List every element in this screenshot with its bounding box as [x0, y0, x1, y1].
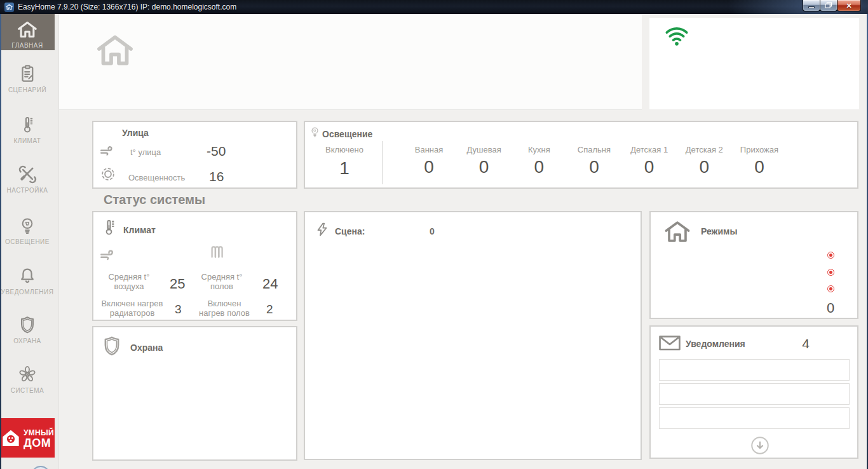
- climate-card[interactable]: Климат Средняя t° воздуха 25 Средняя t° …: [92, 211, 297, 321]
- sidebar-item-settings[interactable]: НАСТРОЙКА: [0, 164, 55, 194]
- close-button[interactable]: ✕: [837, 0, 861, 11]
- bulb-icon: [309, 126, 320, 137]
- lighting-card[interactable]: Освещение Включено 1 Ванная 0 Душевая 0 …: [304, 121, 858, 189]
- bell-icon: [0, 266, 55, 286]
- lighting-enabled-value: 1: [314, 158, 375, 179]
- sidebar-item-system[interactable]: СИСТЕМА: [0, 364, 55, 394]
- modes-card-title: Режимы: [701, 226, 737, 236]
- security-card-title: Охрана: [130, 343, 163, 353]
- mode-radio-2[interactable]: [827, 269, 834, 276]
- avg-air-value: 25: [170, 276, 185, 292]
- room-name: Спальня: [569, 145, 620, 154]
- sidebar-item-lighting[interactable]: ОСВЕЩЕНИЕ: [0, 215, 55, 245]
- lighting-enabled: Включено 1: [314, 145, 375, 179]
- notification-row[interactable]: [659, 383, 850, 405]
- sidebar-item-label: ОСВЕЩЕНИЕ: [0, 238, 55, 245]
- notifications-card[interactable]: Уведомления 4: [649, 325, 858, 459]
- smart-home-logo: УМНЫЙ ДОМ: [0, 418, 55, 458]
- street-lux-label: Освещенность: [128, 173, 185, 182]
- room-value: 0: [624, 157, 675, 177]
- notification-row[interactable]: [659, 359, 850, 381]
- home-icon: [0, 19, 55, 39]
- modes-card[interactable]: Режимы 0: [649, 211, 858, 319]
- room-name: Душевая: [459, 145, 510, 154]
- room-value: 0: [513, 157, 564, 177]
- floor-heating-coil-icon: [208, 243, 226, 264]
- room-value: 0: [459, 157, 510, 177]
- arrow-down-circle-icon[interactable]: [750, 436, 770, 455]
- street-lux-value: 16: [209, 169, 224, 184]
- shield-icon: [101, 335, 123, 359]
- room-column: Душевая 0: [459, 145, 510, 177]
- thermometer-icon: [0, 114, 55, 135]
- room-value: 0: [403, 157, 454, 177]
- tools-icon: [0, 164, 55, 184]
- lighting-card-title: Освещение: [322, 129, 372, 139]
- radiators-on-label: Включен нагрев радиаторов: [93, 299, 171, 318]
- mode-radio-1[interactable]: [827, 252, 834, 259]
- sidebar: ГЛАВНАЯ СЦЕНАРИЙ: [0, 14, 59, 469]
- lighting-enabled-label: Включено: [314, 145, 375, 154]
- shield-icon: [0, 315, 55, 335]
- section-heading: Статус системы: [104, 193, 205, 207]
- room-name: Кухня: [513, 145, 564, 154]
- scene-card[interactable]: Сцена: 0: [304, 211, 642, 460]
- sidebar-item-label: УВЕДОМЛЕНИЯ: [0, 289, 55, 296]
- radiators-on-value: 3: [175, 302, 182, 316]
- minimize-icon: [808, 6, 815, 8]
- sidebar-item-climate[interactable]: КЛИМАТ: [0, 114, 55, 144]
- sidebar-item-notifications[interactable]: УВЕДОМЛЕНИЯ: [0, 266, 55, 296]
- climate-card-title: Климат: [123, 225, 156, 235]
- wind-icon: [100, 143, 118, 157]
- sidebar-item-label: ГЛАВНАЯ: [0, 42, 55, 49]
- bulb-icon: [0, 215, 55, 236]
- notifications-card-title: Уведомления: [686, 339, 745, 349]
- titlebar: EasyHome 7.9.20 (Size: 1366x716) IP: dem…: [0, 0, 868, 14]
- room-column: Прихожая 0: [734, 145, 785, 177]
- sidebar-item-home[interactable]: ГЛАВНАЯ: [0, 14, 55, 50]
- window-title: EasyHome 7.9.20 (Size: 1366x716) IP: dem…: [18, 3, 236, 11]
- room-column: Ванная 0: [403, 145, 454, 177]
- street-card[interactable]: Улица t° улица -50 Освещенность 16: [92, 121, 297, 189]
- lighting-rooms: Ванная 0 Душевая 0 Кухня 0 Спальня 0 Дет…: [403, 145, 785, 177]
- connection-panel: [649, 18, 859, 109]
- street-temp-label: t° улица: [130, 147, 161, 157]
- avg-floor-value: 24: [262, 276, 278, 292]
- sidebar-item-security[interactable]: ОХРАНА: [0, 315, 55, 344]
- main-content: Улица t° улица -50 Освещенность 16: [59, 14, 868, 469]
- room-column: Кухня 0: [513, 145, 564, 177]
- logo-text: УМНЫЙ ДОМ: [24, 427, 54, 449]
- home-icon: [96, 34, 134, 64]
- notification-row[interactable]: [659, 407, 850, 429]
- room-value: 0: [734, 157, 785, 177]
- sidebar-item-scenario[interactable]: СЦЕНАРИЙ: [0, 64, 55, 93]
- room-name: Ванная: [403, 145, 454, 154]
- room-column: Детская 1 0: [624, 145, 675, 177]
- mode-radio-3[interactable]: [827, 285, 834, 292]
- wind-icon: [100, 247, 119, 261]
- app-window: EasyHome 7.9.20 (Size: 1366x716) IP: dem…: [0, 0, 868, 469]
- sidebar-item-label: ОХРАНА: [0, 337, 55, 344]
- sidebar-item-label: КЛИМАТ: [0, 137, 55, 144]
- street-temp-value: -50: [207, 144, 226, 159]
- modes-value: 0: [822, 300, 839, 316]
- window-controls: ✕: [803, 0, 861, 11]
- close-icon: ✕: [846, 1, 851, 11]
- scene-value: 0: [430, 226, 435, 236]
- wifi-icon: [664, 24, 689, 47]
- app-home-icon: [4, 3, 14, 12]
- sun-icon: [99, 165, 117, 183]
- atom-icon: [0, 364, 55, 384]
- logo-house-icon: [1, 428, 21, 448]
- security-card[interactable]: Охрана: [92, 326, 297, 461]
- avg-floor-label: Средняя t° полов: [190, 272, 254, 291]
- sidebar-item-label: СЦЕНАРИЙ: [0, 86, 55, 93]
- divider: [383, 141, 383, 184]
- minimize-button[interactable]: [803, 0, 820, 11]
- room-name: Детская 2: [679, 145, 729, 154]
- sidebar-item-label: НАСТРОЙКА: [0, 187, 55, 194]
- restore-button[interactable]: [820, 0, 837, 11]
- sidebar-item-label: СИСТЕМА: [0, 387, 55, 394]
- home-icon: [664, 221, 691, 240]
- header-panel: [59, 14, 642, 110]
